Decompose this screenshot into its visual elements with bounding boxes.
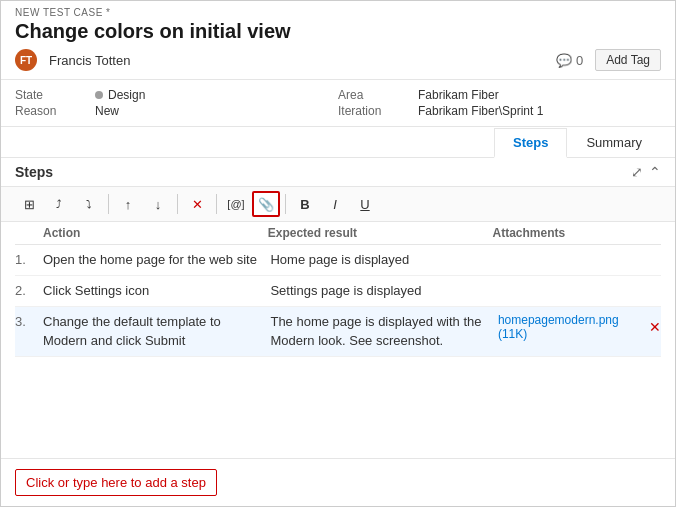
toolbar-divider-1: [108, 194, 109, 214]
avatar: FT: [15, 49, 37, 71]
state-value: Design: [95, 88, 338, 102]
state-label: State: [15, 88, 95, 102]
italic-icon: I: [333, 197, 337, 212]
main-window: NEW TEST CASE * Change colors on initial…: [0, 0, 676, 507]
table-row[interactable]: 3. Change the default template to Modern…: [15, 307, 661, 356]
steps-section: Steps ⤢ ⌃ ⊞ ⤴ ⤵ ↑ ↓: [1, 158, 675, 506]
iteration-value: Fabrikam Fiber\Sprint 1: [418, 104, 661, 118]
meta-right-col: Area Fabrikam Fiber Iteration Fabrikam F…: [338, 88, 661, 118]
area-row: Area Fabrikam Fiber: [338, 88, 661, 102]
bold-icon: B: [300, 197, 309, 212]
meta-fields: State Design Reason New Area Fabrikam Fi…: [15, 88, 661, 118]
header: NEW TEST CASE * Change colors on initial…: [1, 1, 675, 80]
expand-icon[interactable]: ⤢: [631, 164, 643, 180]
attachment-delete-icon[interactable]: ✕: [649, 319, 661, 335]
table-row[interactable]: 1. Open the home page for the web site H…: [15, 245, 661, 276]
col-num-header: [15, 226, 43, 240]
col-attachments-header: Attachments: [492, 226, 661, 240]
col-action-header: Action: [43, 226, 268, 240]
state-row: State Design: [15, 88, 338, 102]
reason-value: New: [95, 104, 338, 118]
page-title: Change colors on initial view: [15, 20, 291, 43]
move-down-button[interactable]: ↓: [144, 191, 172, 217]
steps-header-icons: ⤢ ⌃: [631, 164, 661, 180]
attachment-icon: 📎: [258, 197, 274, 212]
add-step-button[interactable]: Click or type here to add a step: [15, 469, 217, 496]
step-expected[interactable]: Home page is displayed: [270, 251, 497, 269]
step-action[interactable]: Open the home page for the web site: [43, 251, 270, 269]
insert-param-icon: [@]: [227, 198, 244, 210]
steps-column-headers: Action Expected result Attachments: [15, 222, 661, 245]
meta-left-col: State Design Reason New: [15, 88, 338, 118]
insert-above-icon: ⤴: [56, 198, 62, 210]
step-action[interactable]: Click Settings icon: [43, 282, 270, 300]
delete-button[interactable]: ✕: [183, 191, 211, 217]
col-expected-header: Expected result: [268, 226, 493, 240]
steps-title: Steps: [15, 164, 631, 180]
move-up-button[interactable]: ↑: [114, 191, 142, 217]
step-attachments: homepagemodern.png (11K) ✕: [498, 313, 661, 341]
toolbar-divider-2: [177, 194, 178, 214]
insert-row-icon: ⊞: [24, 197, 35, 212]
reason-row: Reason New: [15, 104, 338, 118]
step-number: 2.: [15, 282, 43, 298]
insert-above-button[interactable]: ⤴: [45, 191, 73, 217]
area-label: Area: [338, 88, 418, 102]
tab-steps[interactable]: Steps: [494, 128, 567, 158]
tab-summary[interactable]: Summary: [567, 128, 661, 158]
step-expected[interactable]: Settings page is displayed: [270, 282, 497, 300]
delete-icon: ✕: [192, 197, 203, 212]
attachment-button[interactable]: 📎: [252, 191, 280, 217]
underline-button[interactable]: U: [351, 191, 379, 217]
toolbar-divider-3: [216, 194, 217, 214]
italic-button[interactable]: I: [321, 191, 349, 217]
insert-below-button[interactable]: ⤵: [75, 191, 103, 217]
insert-below-icon: ⤵: [86, 198, 92, 210]
attachment-link[interactable]: homepagemodern.png (11K): [498, 313, 643, 341]
add-step-row: Click or type here to add a step: [1, 458, 675, 506]
comment-icon: 💬: [556, 53, 572, 68]
comment-button[interactable]: 💬 0: [556, 53, 583, 68]
collapse-icon[interactable]: ⌃: [649, 164, 661, 180]
steps-table: Action Expected result Attachments 1. Op…: [1, 222, 675, 458]
area-value: Fabrikam Fiber: [418, 88, 661, 102]
tabs-bar: Steps Summary: [1, 127, 675, 158]
move-up-icon: ↑: [125, 197, 132, 212]
step-number: 3.: [15, 313, 43, 329]
meta-section: State Design Reason New Area Fabrikam Fi…: [1, 80, 675, 127]
iteration-label: Iteration: [338, 104, 418, 118]
toolbar-divider-4: [285, 194, 286, 214]
iteration-row: Iteration Fabrikam Fiber\Sprint 1: [338, 104, 661, 118]
insert-param-button[interactable]: [@]: [222, 191, 250, 217]
comment-count: 0: [576, 53, 583, 68]
step-number: 1.: [15, 251, 43, 267]
add-tag-button[interactable]: Add Tag: [595, 49, 661, 71]
underline-icon: U: [360, 197, 369, 212]
step-action[interactable]: Change the default template to Modern an…: [43, 313, 270, 349]
step-expected[interactable]: The home page is displayed with the Mode…: [270, 313, 497, 349]
author-name: Francis Totten: [49, 53, 130, 68]
insert-row-button[interactable]: ⊞: [15, 191, 43, 217]
bold-button[interactable]: B: [291, 191, 319, 217]
new-test-case-label: NEW TEST CASE *: [15, 7, 661, 18]
state-dot: [95, 91, 103, 99]
table-row[interactable]: 2. Click Settings icon Settings page is …: [15, 276, 661, 307]
steps-header: Steps ⤢ ⌃: [1, 158, 675, 187]
toolbar: ⊞ ⤴ ⤵ ↑ ↓ ✕ [@] 📎: [1, 187, 675, 222]
reason-label: Reason: [15, 104, 95, 118]
move-down-icon: ↓: [155, 197, 162, 212]
